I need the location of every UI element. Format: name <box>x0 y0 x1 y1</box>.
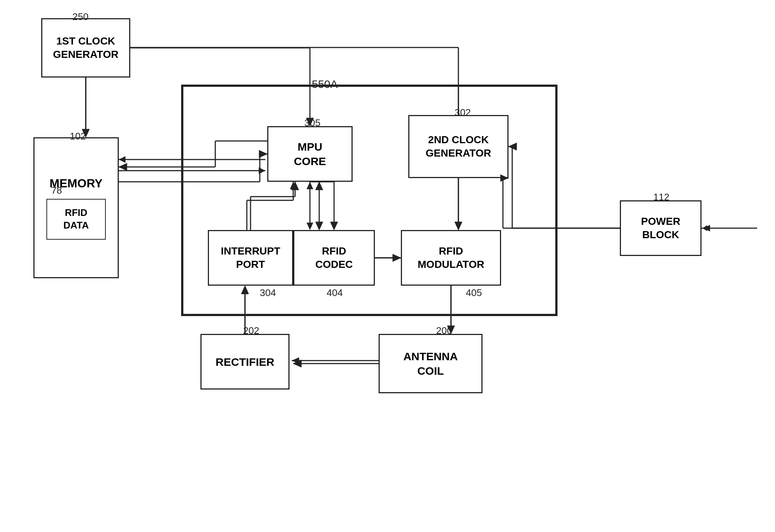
rectifier-ref: 202 <box>243 325 259 336</box>
diagram: MPU left ~(720, 415) --> <box>0 0 775 532</box>
mpu-core-block: MPUCORE <box>267 126 353 182</box>
svg-marker-25 <box>293 360 301 367</box>
svg-marker-13 <box>119 163 127 171</box>
rectifier-block: RECTIFIER <box>200 334 290 390</box>
rfid-codec-block: RFIDCODEC <box>293 230 375 286</box>
memory-block: MEMORY RFIDDATA <box>33 137 119 278</box>
mpu-core-label: MPUCORE <box>294 139 326 168</box>
antenna-coil-ref: 200 <box>436 325 452 336</box>
interrupt-port-ref: 304 <box>260 287 276 299</box>
power-block-label: POWERBLOCK <box>641 215 680 242</box>
svg-marker-50 <box>292 357 299 364</box>
clock1-block: 1ST CLOCK GENERATOR <box>41 18 130 78</box>
svg-marker-61 <box>119 156 125 163</box>
rfid-codec-ref: 404 <box>327 287 343 299</box>
antenna-coil-label: ANTENNACOIL <box>403 349 458 378</box>
rfid-data-block: RFIDDATA <box>46 199 106 240</box>
clock2-block: 2ND CLOCKGENERATOR <box>408 115 509 178</box>
svg-marker-76 <box>703 225 710 231</box>
interrupt-port-block: INTERRUPTPORT <box>208 230 293 286</box>
mpu-core-ref: 305 <box>304 117 320 129</box>
clock2-label: 2ND CLOCKGENERATOR <box>426 133 491 160</box>
large-box-ref: 550A <box>312 78 338 91</box>
antenna-coil-block: ANTENNACOIL <box>379 334 483 393</box>
rfid-modulator-label: RFIDMODULATOR <box>418 244 484 272</box>
memory-ref: 102 <box>70 131 86 142</box>
power-block-block: POWERBLOCK <box>620 200 702 256</box>
svg-marker-47 <box>703 225 707 231</box>
clock1-label: 1ST CLOCK GENERATOR <box>42 35 129 62</box>
clock1-ref: 250 <box>72 11 88 23</box>
rfid-data-ref: 78 <box>51 185 62 196</box>
power-block-ref: 112 <box>653 191 669 203</box>
rfid-data-label: RFIDDATA <box>63 207 89 232</box>
clock2-ref: 302 <box>455 107 471 118</box>
rfid-modulator-ref: 405 <box>466 287 482 299</box>
rfid-modulator-block: RFIDMODULATOR <box>401 230 501 286</box>
rfid-codec-label: RFIDCODEC <box>315 244 353 272</box>
rectifier-label: RECTIFIER <box>216 355 274 369</box>
interrupt-port-label: INTERRUPTPORT <box>221 244 280 272</box>
